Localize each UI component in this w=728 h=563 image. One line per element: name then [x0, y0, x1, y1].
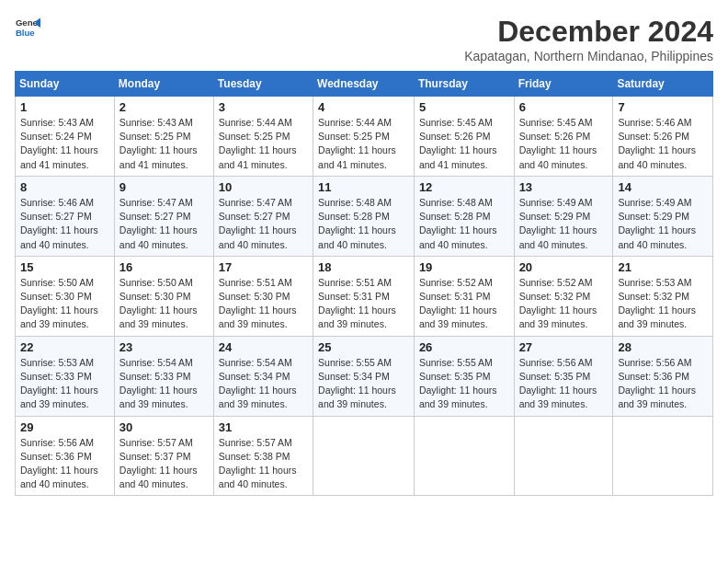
- calendar-cell: 12Sunrise: 5:48 AMSunset: 5:28 PMDayligh…: [414, 176, 514, 256]
- calendar-cell: 23Sunrise: 5:54 AMSunset: 5:33 PMDayligh…: [114, 336, 213, 416]
- day-info: Sunrise: 5:55 AMSunset: 5:34 PMDaylight:…: [318, 356, 409, 412]
- calendar-cell: 11Sunrise: 5:48 AMSunset: 5:28 PMDayligh…: [313, 176, 415, 256]
- day-info: Sunrise: 5:44 AMSunset: 5:25 PMDaylight:…: [318, 116, 409, 172]
- calendar-cell: 27Sunrise: 5:56 AMSunset: 5:35 PMDayligh…: [514, 336, 613, 416]
- day-number: 30: [119, 420, 209, 434]
- calendar-cell: 25Sunrise: 5:55 AMSunset: 5:34 PMDayligh…: [313, 336, 415, 416]
- day-number: 21: [618, 260, 708, 274]
- calendar-cell: 26Sunrise: 5:55 AMSunset: 5:35 PMDayligh…: [414, 336, 514, 416]
- day-info: Sunrise: 5:48 AMSunset: 5:28 PMDaylight:…: [419, 196, 509, 252]
- title-block: December 2024 Kapatagan, Northern Mindan…: [464, 15, 713, 63]
- svg-text:Blue: Blue: [16, 28, 35, 38]
- day-info: Sunrise: 5:52 AMSunset: 5:31 PMDaylight:…: [419, 276, 509, 332]
- calendar-cell: [514, 416, 613, 496]
- day-info: Sunrise: 5:53 AMSunset: 5:32 PMDaylight:…: [618, 276, 708, 332]
- day-number: 6: [519, 100, 609, 114]
- day-number: 23: [119, 340, 209, 354]
- calendar-cell: 13Sunrise: 5:49 AMSunset: 5:29 PMDayligh…: [514, 176, 613, 256]
- day-info: Sunrise: 5:51 AMSunset: 5:31 PMDaylight:…: [318, 276, 409, 332]
- calendar-cell: 20Sunrise: 5:52 AMSunset: 5:32 PMDayligh…: [514, 256, 613, 336]
- day-info: Sunrise: 5:57 AMSunset: 5:37 PMDaylight:…: [119, 436, 209, 492]
- day-number: 19: [419, 260, 509, 274]
- weekday-header: Wednesday: [313, 72, 415, 97]
- day-info: Sunrise: 5:53 AMSunset: 5:33 PMDaylight:…: [20, 356, 109, 412]
- day-info: Sunrise: 5:54 AMSunset: 5:34 PMDaylight:…: [219, 356, 308, 412]
- day-info: Sunrise: 5:47 AMSunset: 5:27 PMDaylight:…: [119, 196, 209, 252]
- day-number: 7: [618, 100, 708, 114]
- day-info: Sunrise: 5:45 AMSunset: 5:26 PMDaylight:…: [419, 116, 509, 172]
- day-info: Sunrise: 5:47 AMSunset: 5:27 PMDaylight:…: [219, 196, 308, 252]
- day-number: 14: [618, 180, 708, 194]
- calendar-cell: 14Sunrise: 5:49 AMSunset: 5:29 PMDayligh…: [613, 176, 713, 256]
- day-number: 8: [20, 180, 109, 194]
- weekday-header: Saturday: [613, 72, 713, 97]
- day-number: 25: [318, 340, 409, 354]
- calendar-cell: 15Sunrise: 5:50 AMSunset: 5:30 PMDayligh…: [16, 256, 115, 336]
- day-info: Sunrise: 5:46 AMSunset: 5:26 PMDaylight:…: [618, 116, 708, 172]
- calendar-cell: 3Sunrise: 5:44 AMSunset: 5:25 PMDaylight…: [213, 97, 313, 177]
- calendar-cell: 2Sunrise: 5:43 AMSunset: 5:25 PMDaylight…: [114, 97, 213, 177]
- calendar-cell: [414, 416, 514, 496]
- day-info: Sunrise: 5:46 AMSunset: 5:27 PMDaylight:…: [20, 196, 109, 252]
- calendar-cell: 31Sunrise: 5:57 AMSunset: 5:38 PMDayligh…: [213, 416, 313, 496]
- calendar-cell: [613, 416, 713, 496]
- calendar-cell: 7Sunrise: 5:46 AMSunset: 5:26 PMDaylight…: [613, 97, 713, 177]
- day-info: Sunrise: 5:50 AMSunset: 5:30 PMDaylight:…: [20, 276, 109, 332]
- day-number: 26: [419, 340, 509, 354]
- day-info: Sunrise: 5:43 AMSunset: 5:24 PMDaylight:…: [20, 116, 109, 172]
- day-number: 28: [618, 340, 708, 354]
- day-info: Sunrise: 5:52 AMSunset: 5:32 PMDaylight:…: [519, 276, 609, 332]
- day-number: 5: [419, 100, 509, 114]
- day-info: Sunrise: 5:54 AMSunset: 5:33 PMDaylight:…: [119, 356, 209, 412]
- calendar-cell: 19Sunrise: 5:52 AMSunset: 5:31 PMDayligh…: [414, 256, 514, 336]
- day-info: Sunrise: 5:49 AMSunset: 5:29 PMDaylight:…: [618, 196, 708, 252]
- calendar-cell: 21Sunrise: 5:53 AMSunset: 5:32 PMDayligh…: [613, 256, 713, 336]
- calendar-cell: 24Sunrise: 5:54 AMSunset: 5:34 PMDayligh…: [213, 336, 313, 416]
- calendar-cell: 9Sunrise: 5:47 AMSunset: 5:27 PMDaylight…: [114, 176, 213, 256]
- month-title: December 2024: [464, 15, 713, 49]
- day-info: Sunrise: 5:51 AMSunset: 5:30 PMDaylight:…: [219, 276, 308, 332]
- day-number: 13: [519, 180, 609, 194]
- day-number: 12: [419, 180, 509, 194]
- day-number: 1: [20, 100, 109, 114]
- day-info: Sunrise: 5:44 AMSunset: 5:25 PMDaylight:…: [219, 116, 308, 172]
- calendar-table: SundayMondayTuesdayWednesdayThursdayFrid…: [15, 71, 713, 496]
- day-number: 9: [119, 180, 209, 194]
- day-number: 3: [219, 100, 308, 114]
- logo-icon: General Blue: [15, 15, 40, 40]
- day-info: Sunrise: 5:56 AMSunset: 5:35 PMDaylight:…: [519, 356, 609, 412]
- day-number: 18: [318, 260, 409, 274]
- day-number: 2: [119, 100, 209, 114]
- calendar-cell: 29Sunrise: 5:56 AMSunset: 5:36 PMDayligh…: [16, 416, 115, 496]
- day-number: 29: [20, 420, 109, 434]
- day-number: 17: [219, 260, 308, 274]
- day-number: 4: [318, 100, 409, 114]
- calendar-cell: 28Sunrise: 5:56 AMSunset: 5:36 PMDayligh…: [613, 336, 713, 416]
- calendar-cell: 30Sunrise: 5:57 AMSunset: 5:37 PMDayligh…: [114, 416, 213, 496]
- weekday-header: Thursday: [414, 72, 514, 97]
- calendar-cell: 4Sunrise: 5:44 AMSunset: 5:25 PMDaylight…: [313, 97, 415, 177]
- day-number: 31: [219, 420, 308, 434]
- day-info: Sunrise: 5:56 AMSunset: 5:36 PMDaylight:…: [20, 436, 109, 492]
- day-number: 27: [519, 340, 609, 354]
- day-number: 15: [20, 260, 109, 274]
- calendar-cell: 16Sunrise: 5:50 AMSunset: 5:30 PMDayligh…: [114, 256, 213, 336]
- calendar-cell: 8Sunrise: 5:46 AMSunset: 5:27 PMDaylight…: [16, 176, 115, 256]
- day-number: 11: [318, 180, 409, 194]
- calendar-cell: 1Sunrise: 5:43 AMSunset: 5:24 PMDaylight…: [16, 97, 115, 177]
- day-number: 16: [119, 260, 209, 274]
- calendar-cell: 10Sunrise: 5:47 AMSunset: 5:27 PMDayligh…: [213, 176, 313, 256]
- calendar-cell: 18Sunrise: 5:51 AMSunset: 5:31 PMDayligh…: [313, 256, 415, 336]
- weekday-header: Monday: [114, 72, 213, 97]
- day-info: Sunrise: 5:50 AMSunset: 5:30 PMDaylight:…: [119, 276, 209, 332]
- weekday-header: Friday: [514, 72, 613, 97]
- calendar-cell: 17Sunrise: 5:51 AMSunset: 5:30 PMDayligh…: [213, 256, 313, 336]
- calendar-cell: 6Sunrise: 5:45 AMSunset: 5:26 PMDaylight…: [514, 97, 613, 177]
- day-number: 20: [519, 260, 609, 274]
- day-info: Sunrise: 5:56 AMSunset: 5:36 PMDaylight:…: [618, 356, 708, 412]
- calendar-cell: [313, 416, 415, 496]
- day-number: 22: [20, 340, 109, 354]
- day-number: 24: [219, 340, 308, 354]
- location: Kapatagan, Northern Mindanao, Philippine…: [464, 49, 713, 63]
- weekday-header: Sunday: [16, 72, 115, 97]
